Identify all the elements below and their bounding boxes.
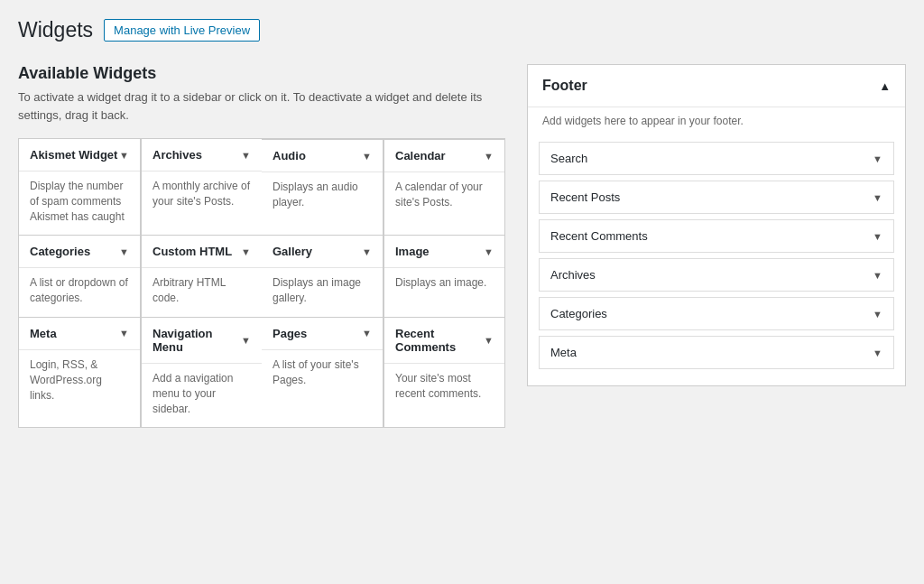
footer-widget-item[interactable]: Meta ▼	[539, 336, 894, 369]
widget-name: Pages	[273, 327, 307, 340]
widget-header[interactable]: Meta ▼	[19, 318, 140, 350]
widget-header[interactable]: Gallery ▼	[262, 236, 383, 268]
footer-widget-name: Categories	[550, 307, 607, 320]
widget-desc: Display the number of spam comments Akis…	[19, 171, 140, 235]
footer-widget-chevron-down-icon: ▼	[873, 270, 882, 281]
widget-item: Custom HTML ▼ Arbitrary HTML code.	[141, 236, 262, 317]
footer-widget-name: Search	[550, 152, 587, 165]
widget-row: Gallery ▼ Displays an image gallery. Ima…	[262, 236, 504, 317]
widget-chevron-down-icon: ▼	[362, 151, 372, 162]
widget-item: Calendar ▼ A calendar of your site's Pos…	[383, 140, 504, 235]
widget-desc: A list of your site's Pages.	[262, 350, 383, 399]
widget-chevron-down-icon: ▼	[484, 335, 494, 346]
widget-item: Image ▼ Displays an image.	[383, 236, 504, 317]
footer-widget-item[interactable]: Categories ▼	[539, 297, 894, 330]
widget-name: Meta	[30, 327, 57, 340]
widget-item: Akismet Widget ▼ Display the number of s…	[19, 139, 140, 235]
widget-item: Navigation Menu ▼ Add a navigation menu …	[141, 318, 262, 427]
footer-widget-item[interactable]: Search ▼	[539, 142, 894, 175]
footer-widget-item[interactable]: Recent Posts ▼	[539, 181, 894, 214]
widget-desc: A calendar of your site's Posts.	[384, 172, 504, 221]
widget-row: Akismet Widget ▼ Display the number of s…	[19, 139, 262, 235]
footer-widget-chevron-down-icon: ▼	[873, 153, 882, 164]
widget-header[interactable]: Archives ▼	[142, 139, 262, 171]
widget-header[interactable]: Image ▼	[384, 236, 504, 268]
widget-grid: Akismet Widget ▼ Display the number of s…	[18, 138, 505, 428]
available-widgets-desc: To activate a widget drag it to a sideba…	[18, 88, 505, 124]
widget-name: Custom HTML	[152, 245, 232, 258]
available-widgets-title: Available Widgets	[18, 64, 505, 83]
widget-desc: Displays an audio player.	[262, 172, 383, 221]
widget-item: Gallery ▼ Displays an image gallery.	[262, 236, 383, 317]
widget-desc: Displays an image.	[384, 268, 504, 301]
widget-chevron-down-icon: ▼	[119, 328, 129, 338]
footer-widget-name: Recent Comments	[550, 229, 648, 243]
widget-name: Archives	[152, 148, 202, 162]
footer-panel: Footer ▲ Add widgets here to appear in y…	[527, 64, 906, 386]
widget-name: Recent Comments	[395, 327, 484, 354]
footer-title: Footer	[542, 78, 587, 94]
widget-header[interactable]: Categories ▼	[19, 236, 140, 268]
widget-desc: Displays an image gallery.	[262, 268, 383, 317]
widget-chevron-down-icon: ▼	[241, 246, 251, 257]
widget-header[interactable]: Audio ▼	[262, 140, 383, 172]
available-widgets-panel: Available Widgets To activate a widget d…	[18, 64, 505, 428]
widget-item: Meta ▼ Login, RSS, & WordPress.org links…	[19, 318, 140, 427]
widget-header[interactable]: Custom HTML ▼	[142, 236, 262, 268]
widget-item: Categories ▼ A list or dropdown of categ…	[19, 236, 140, 317]
widget-chevron-down-icon: ▼	[119, 246, 129, 257]
widget-desc: Add a navigation menu to your sidebar.	[142, 364, 262, 427]
widget-chevron-down-icon: ▼	[241, 150, 251, 161]
widget-desc: Arbitrary HTML code.	[142, 268, 262, 317]
footer-widget-item[interactable]: Archives ▼	[539, 258, 894, 292]
widget-item: Pages ▼ A list of your site's Pages.	[262, 318, 383, 427]
widget-chevron-down-icon: ▼	[241, 335, 251, 346]
widget-name: Akismet Widget	[30, 148, 117, 162]
widget-desc: A monthly archive of your site's Posts.	[142, 171, 262, 220]
footer-widget-name: Archives	[550, 268, 596, 282]
widget-name: Image	[395, 245, 430, 258]
widget-name: Gallery	[273, 245, 312, 258]
widget-chevron-down-icon: ▼	[119, 150, 129, 161]
page-title: Widgets	[18, 18, 93, 42]
widget-chevron-down-icon: ▼	[362, 246, 372, 257]
widget-row: Categories ▼ A list or dropdown of categ…	[19, 236, 262, 317]
widget-chevron-down-icon: ▼	[484, 246, 494, 257]
widget-desc: Login, RSS, & WordPress.org links.	[19, 350, 140, 413]
footer-widget-chevron-down-icon: ▼	[873, 192, 882, 203]
widget-row: Meta ▼ Login, RSS, & WordPress.org links…	[19, 318, 262, 427]
widget-header[interactable]: Navigation Menu ▼	[142, 318, 262, 364]
footer-widget-chevron-down-icon: ▼	[873, 231, 882, 242]
footer-widget-name: Meta	[550, 346, 577, 359]
widget-name: Calendar	[395, 149, 446, 162]
widget-item: Archives ▼ A monthly archive of your sit…	[141, 139, 262, 235]
widget-name: Categories	[30, 245, 90, 258]
widget-header[interactable]: Calendar ▼	[384, 140, 504, 172]
widget-item: Recent Comments ▼ Your site's most recen…	[383, 318, 504, 427]
widget-name: Navigation Menu	[152, 327, 241, 354]
live-preview-button[interactable]: Manage with Live Preview	[104, 19, 260, 42]
footer-widget-name: Recent Posts	[550, 190, 620, 204]
footer-widget-chevron-down-icon: ▼	[873, 309, 882, 320]
widget-item: Audio ▼ Displays an audio player.	[262, 140, 383, 235]
widget-row: Pages ▼ A list of your site's Pages. Rec…	[262, 318, 504, 427]
widget-header[interactable]: Akismet Widget ▼	[19, 139, 140, 171]
widget-desc: Your site's most recent comments.	[384, 364, 504, 413]
widget-chevron-down-icon: ▼	[484, 151, 494, 162]
footer-header: Footer ▲	[528, 65, 905, 107]
footer-widget-list: Search ▼ Recent Posts ▼ Recent Comments …	[528, 138, 905, 385]
footer-subtitle: Add widgets here to appear in your foote…	[528, 107, 905, 138]
widget-name: Audio	[273, 149, 306, 162]
footer-widget-chevron-down-icon: ▼	[873, 348, 882, 358]
widget-row: Audio ▼ Displays an audio player. Calend…	[262, 140, 504, 235]
footer-collapse-icon[interactable]: ▲	[879, 79, 891, 93]
widget-desc: A list or dropdown of categories.	[19, 268, 140, 317]
footer-widget-item[interactable]: Recent Comments ▼	[539, 219, 894, 253]
widget-chevron-down-icon: ▼	[362, 328, 372, 338]
widget-header[interactable]: Recent Comments ▼	[384, 318, 504, 364]
widget-header[interactable]: Pages ▼	[262, 318, 383, 350]
